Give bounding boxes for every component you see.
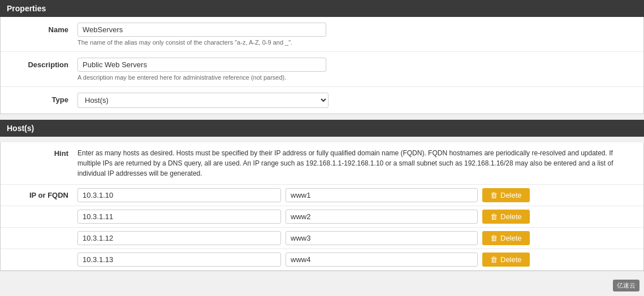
- fqdn-input-3[interactable]: [286, 253, 478, 267]
- type-label: Type: [10, 93, 77, 104]
- ip-input-0[interactable]: [77, 188, 281, 202]
- ip-input-2[interactable]: [77, 231, 281, 245]
- fqdn-input-0[interactable]: [286, 188, 478, 202]
- ip-or-fqdn-label: IP or FQDN: [10, 191, 77, 199]
- hosts-header: Host(s): [0, 120, 644, 137]
- name-row: Name The name of the alias may only cons…: [1, 17, 643, 52]
- trash-icon-2: 🗑: [490, 234, 498, 242]
- properties-section: Name The name of the alias may only cons…: [0, 17, 644, 114]
- description-input[interactable]: [77, 58, 326, 72]
- type-select[interactable]: Host(s) Network(s) Port(s) URL Table (IP…: [77, 93, 329, 108]
- delete-label-2: Delete: [500, 234, 522, 242]
- hint-label: Hint: [10, 148, 77, 158]
- type-row: Type Host(s) Network(s) Port(s) URL Tabl…: [1, 87, 643, 114]
- delete-label-3: Delete: [500, 255, 522, 264]
- description-content: A description may be entered here for ad…: [77, 58, 634, 81]
- hosts-section: Hint Enter as many hosts as desired. Hos…: [0, 142, 644, 271]
- description-row: Description A description may be entered…: [1, 52, 643, 87]
- ip-row-3: 🗑Delete: [1, 249, 643, 271]
- ip-rows-container: IP or FQDN🗑Delete🗑Delete🗑Delete🗑Delete: [1, 185, 643, 271]
- ip-inputs-2: 🗑Delete: [77, 231, 634, 245]
- type-content: Host(s) Network(s) Port(s) URL Table (IP…: [77, 93, 634, 108]
- ip-inputs-1: 🗑Delete: [77, 210, 634, 224]
- name-input[interactable]: [77, 23, 326, 37]
- delete-label-0: Delete: [500, 191, 522, 199]
- description-label: Description: [10, 58, 77, 69]
- fqdn-input-2[interactable]: [286, 231, 478, 245]
- delete-button-0[interactable]: 🗑Delete: [482, 188, 530, 202]
- description-hint: A description may be entered here for ad…: [77, 74, 634, 81]
- ip-input-3[interactable]: [77, 253, 281, 267]
- delete-button-3[interactable]: 🗑Delete: [482, 253, 530, 267]
- ip-row-2: 🗑Delete: [1, 228, 643, 249]
- delete-button-1[interactable]: 🗑Delete: [482, 210, 530, 224]
- ip-row-0: IP or FQDN🗑Delete: [1, 185, 643, 206]
- delete-button-2[interactable]: 🗑Delete: [482, 231, 530, 245]
- hint-text: Enter as many hosts as desired. Hosts mu…: [77, 148, 634, 179]
- properties-header: Properties: [0, 0, 644, 17]
- hint-row: Hint Enter as many hosts as desired. Hos…: [1, 142, 643, 185]
- ip-row-1: 🗑Delete: [1, 206, 643, 228]
- name-content: The name of the alias may only consist o…: [77, 23, 634, 46]
- ip-input-1[interactable]: [77, 210, 281, 224]
- name-label: Name: [10, 23, 77, 34]
- trash-icon-3: 🗑: [490, 255, 498, 264]
- hosts-wrapper: Host(s) Hint Enter as many hosts as desi…: [0, 120, 644, 271]
- delete-label-1: Delete: [500, 212, 522, 221]
- trash-icon-0: 🗑: [490, 191, 498, 199]
- trash-icon-1: 🗑: [490, 212, 498, 221]
- ip-inputs-3: 🗑Delete: [77, 253, 634, 267]
- name-hint: The name of the alias may only consist o…: [77, 39, 634, 46]
- fqdn-input-1[interactable]: [286, 210, 478, 224]
- ip-inputs-0: 🗑Delete: [77, 188, 634, 202]
